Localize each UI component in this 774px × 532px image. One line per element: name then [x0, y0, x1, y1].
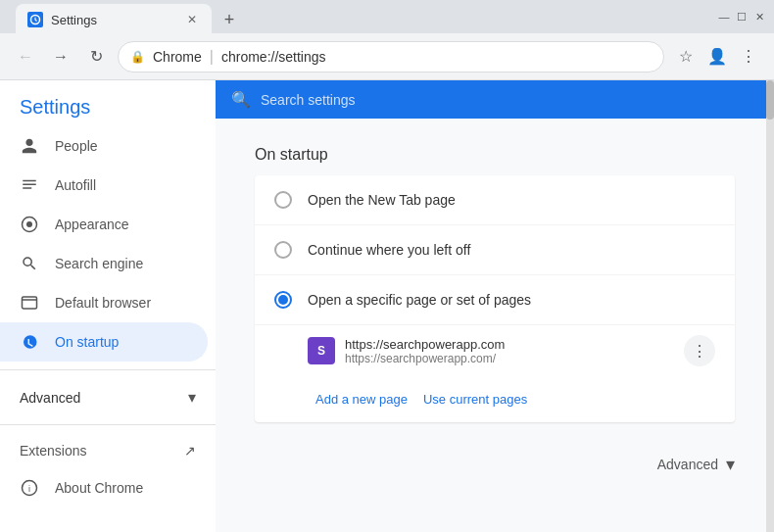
url-sub-text: https://searchpowerapp.com/: [345, 352, 674, 365]
bottom-advanced-label: Advanced: [657, 457, 718, 472]
extensions-label: Extensions: [20, 443, 86, 459]
search-icon: 🔍: [231, 90, 251, 109]
about-chrome-label: About Chrome: [55, 480, 143, 496]
browser-frame: Settings ✕ + — ☐ ✕ ← → ↻ 🔒 Chrome | chro…: [0, 0, 774, 532]
lock-icon: 🔒: [130, 50, 145, 64]
sidebar-item-appearance[interactable]: Appearance: [0, 205, 208, 244]
settings-tab[interactable]: Settings ✕: [16, 4, 212, 35]
address-bar: ← → ↻ 🔒 Chrome | chrome://settings ☆ 👤 ⋮: [0, 33, 774, 80]
on-startup-title: On startup: [255, 146, 735, 164]
bookmark-button[interactable]: ☆: [672, 43, 700, 71]
radio-selected-dot: [278, 295, 288, 305]
radio-specific-page[interactable]: [274, 291, 292, 309]
url-main-text: https://searchpowerapp.com: [345, 337, 674, 352]
svg-rect-6: [23, 297, 37, 309]
maximize-button[interactable]: ☐: [735, 10, 749, 24]
menu-button[interactable]: ⋮: [735, 43, 762, 71]
sidebar-item-on-startup[interactable]: On startup: [0, 322, 208, 362]
add-new-page-button[interactable]: Add a new page: [308, 384, 415, 414]
scrollbar-thumb[interactable]: [766, 80, 774, 120]
settings-content: On startup Open the New Tab page Continu…: [216, 119, 774, 438]
sidebar-about[interactable]: i About Chrome: [0, 468, 208, 508]
sidebar-search-label: Search engine: [55, 256, 143, 271]
sidebar-item-default-browser[interactable]: Default browser: [0, 283, 208, 322]
sidebar-advanced-label: Advanced: [20, 390, 80, 406]
svg-rect-1: [23, 180, 36, 182]
search-bar: 🔍: [216, 80, 774, 119]
close-tab-button[interactable]: ✕: [184, 12, 200, 27]
minimize-button[interactable]: —: [717, 10, 731, 24]
sidebar: Settings People Autofill Appearance: [0, 80, 216, 532]
url-site: Chrome: [153, 49, 202, 65]
appearance-icon: [20, 215, 39, 234]
default-browser-icon: [20, 293, 39, 313]
window-controls: — ☐ ✕: [717, 10, 766, 24]
back-button[interactable]: ←: [12, 43, 39, 71]
startup-actions: Add a new page Use current pages: [255, 376, 735, 422]
startup-new-tab-label: Open the New Tab page: [308, 192, 456, 208]
sidebar-advanced-section[interactable]: Advanced ▾: [0, 378, 216, 416]
url-favicon-letter: S: [317, 344, 325, 358]
url-path: chrome://settings: [221, 49, 326, 65]
on-startup-icon: [20, 332, 39, 352]
tab-favicon: [27, 12, 43, 27]
advanced-arrow-icon: ▾: [188, 388, 196, 407]
refresh-button[interactable]: ↻: [82, 43, 110, 71]
person-icon: [20, 136, 39, 156]
scrollbar-track[interactable]: [766, 80, 774, 532]
sidebar-appearance-label: Appearance: [55, 217, 129, 232]
sidebar-people-label: People: [55, 138, 98, 154]
close-button[interactable]: ✕: [752, 10, 766, 24]
startup-option-specific-page[interactable]: Open a specific page or set of pages: [255, 275, 735, 325]
sidebar-header: Settings: [0, 80, 216, 126]
sidebar-item-search[interactable]: Search engine: [0, 244, 208, 283]
content-area: Settings People Autofill Appearance: [0, 80, 774, 532]
sidebar-item-people[interactable]: People: [0, 126, 208, 166]
sidebar-extensions[interactable]: Extensions ↗: [0, 433, 216, 468]
startup-option-new-tab[interactable]: Open the New Tab page: [255, 175, 735, 225]
startup-option-continue[interactable]: Continue where you left off: [255, 225, 735, 275]
profile-button[interactable]: 👤: [703, 43, 731, 71]
autofill-icon: [20, 175, 39, 195]
bottom-advanced-section[interactable]: Advanced ▾: [216, 438, 774, 491]
svg-rect-2: [23, 184, 36, 186]
url-favicon: S: [308, 337, 335, 364]
external-link-icon: ↗: [184, 443, 196, 459]
startup-continue-label: Continue where you left off: [308, 242, 470, 258]
startup-specific-page-label: Open a specific page or set of pages: [308, 292, 531, 308]
startup-options-card: Open the New Tab page Continue where you…: [255, 175, 735, 422]
omnibox[interactable]: 🔒 Chrome | chrome://settings: [118, 41, 664, 73]
address-actions: ☆ 👤 ⋮: [672, 43, 762, 71]
url-menu-button[interactable]: ⋮: [684, 335, 715, 366]
sidebar-divider: [0, 369, 216, 370]
tab-bar: Settings ✕ +: [8, 0, 711, 35]
tab-title: Settings: [51, 13, 97, 27]
main-content: 🔍 On startup Open the New Tab page: [216, 80, 774, 532]
radio-continue[interactable]: [274, 241, 292, 259]
url-separator: |: [210, 48, 214, 66]
startup-url-row: S https://searchpowerapp.com https://sea…: [255, 325, 735, 376]
radio-new-tab[interactable]: [274, 191, 292, 209]
svg-rect-3: [23, 187, 31, 189]
forward-button[interactable]: →: [47, 43, 74, 71]
bottom-arrow-icon: ▾: [726, 454, 735, 475]
sidebar-on-startup-label: On startup: [55, 334, 119, 350]
title-bar: Settings ✕ + — ☐ ✕: [0, 0, 774, 33]
sidebar-autofill-label: Autofill: [55, 177, 96, 193]
svg-point-5: [26, 221, 32, 227]
url-info: https://searchpowerapp.com https://searc…: [345, 337, 674, 365]
search-engine-icon: [20, 254, 39, 273]
sidebar-divider-2: [0, 424, 216, 425]
about-icon: i: [20, 478, 39, 498]
use-current-pages-button[interactable]: Use current pages: [415, 384, 535, 414]
sidebar-item-autofill[interactable]: Autofill: [0, 166, 208, 205]
svg-text:i: i: [28, 484, 30, 494]
search-input[interactable]: [261, 92, 758, 108]
new-tab-button[interactable]: +: [216, 6, 243, 33]
sidebar-default-browser-label: Default browser: [55, 295, 151, 311]
